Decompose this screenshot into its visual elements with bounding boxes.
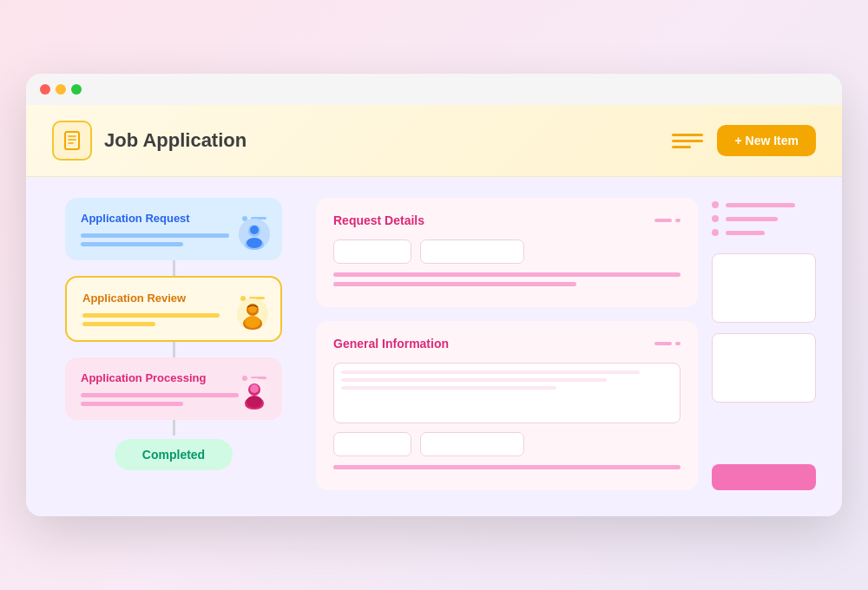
request-details-header: Request Details bbox=[333, 213, 681, 227]
input-mock-4[interactable] bbox=[420, 432, 524, 456]
detail-sections: Request Details bbox=[316, 198, 698, 490]
stage-avatar-request bbox=[239, 219, 270, 250]
stage-line bbox=[82, 322, 155, 326]
header-right: + New Item bbox=[672, 125, 816, 156]
general-info-header: General Information bbox=[333, 337, 681, 351]
stage-card-processing[interactable]: Application Processing bbox=[65, 357, 282, 420]
stage-title-request: Application Request bbox=[81, 212, 190, 225]
detail-input-row-2 bbox=[333, 432, 681, 456]
detail-line-3 bbox=[333, 465, 681, 469]
stage-title-processing: Application Processing bbox=[81, 371, 206, 384]
dot-yellow[interactable] bbox=[56, 84, 66, 95]
stage-card-header: Application Request bbox=[81, 212, 266, 225]
page-title: Job Application bbox=[104, 129, 247, 152]
detail-line-1 bbox=[333, 272, 681, 277]
sidebar-list-item-1 bbox=[712, 201, 816, 208]
input-mock-2[interactable] bbox=[420, 239, 524, 264]
stage-card-request[interactable]: Application Request bbox=[65, 198, 282, 260]
connector-2 bbox=[173, 342, 175, 357]
svg-point-17 bbox=[250, 384, 259, 393]
connector-3 bbox=[173, 420, 175, 436]
workflow-panel: Application Request bbox=[52, 198, 295, 490]
detail-input-row-1 bbox=[333, 239, 681, 264]
stage-card-review[interactable]: Application Review bbox=[65, 276, 282, 342]
stage-line bbox=[82, 313, 220, 318]
textarea-line bbox=[341, 386, 556, 390]
sidebar-list-item-3 bbox=[712, 229, 816, 236]
aside-thumbnail-2 bbox=[712, 333, 816, 403]
request-details-section: Request Details bbox=[316, 198, 698, 307]
header-left: Job Application bbox=[52, 121, 247, 161]
sidebar-bullet-3 bbox=[712, 229, 719, 236]
main-content: Application Request bbox=[26, 177, 842, 516]
section-badge-request bbox=[654, 219, 681, 222]
svg-point-7 bbox=[250, 226, 259, 234]
stage-avatar-processing bbox=[239, 378, 270, 410]
input-mock-3[interactable] bbox=[333, 432, 411, 456]
stage-line bbox=[81, 402, 183, 406]
stage-card-header-processing: Application Processing bbox=[81, 371, 266, 384]
new-item-button[interactable]: + New Item bbox=[717, 125, 816, 156]
completed-badge: Completed bbox=[115, 439, 233, 470]
general-info-section: General Information bbox=[316, 321, 698, 490]
general-info-title: General Information bbox=[333, 337, 449, 351]
detail-line-2 bbox=[333, 282, 576, 286]
textarea-line bbox=[341, 378, 607, 382]
right-sidebar bbox=[712, 198, 816, 490]
menu-icon[interactable] bbox=[672, 134, 703, 148]
stage-line bbox=[81, 242, 183, 246]
sidebar-bar-2 bbox=[726, 217, 778, 221]
sidebar-bullet-2 bbox=[712, 215, 719, 222]
dot-red[interactable] bbox=[40, 84, 50, 95]
svg-point-18 bbox=[247, 396, 262, 408]
svg-point-13 bbox=[245, 316, 260, 328]
textarea-mock[interactable] bbox=[333, 363, 681, 423]
stage-card-header-review: Application Review bbox=[82, 292, 265, 305]
svg-point-8 bbox=[247, 238, 262, 248]
stage-line bbox=[81, 233, 229, 238]
app-icon bbox=[52, 121, 92, 161]
section-badge-general bbox=[654, 342, 681, 345]
input-mock-1[interactable] bbox=[333, 239, 411, 264]
title-bar bbox=[26, 74, 842, 105]
aside-thumbnail-1 bbox=[712, 253, 816, 323]
stage-avatar-review bbox=[237, 298, 268, 330]
sidebar-list bbox=[712, 201, 816, 236]
svg-rect-0 bbox=[65, 132, 79, 149]
request-details-title: Request Details bbox=[333, 213, 424, 227]
stage-title-review: Application Review bbox=[82, 292, 186, 305]
right-panel: Request Details bbox=[316, 198, 816, 490]
aside-spacer bbox=[712, 413, 816, 454]
sidebar-bar-3 bbox=[726, 231, 765, 235]
app-window: Job Application + New Item Application R… bbox=[26, 74, 842, 516]
aside-action-button[interactable] bbox=[712, 464, 816, 490]
sidebar-bar-1 bbox=[726, 203, 795, 207]
sidebar-list-item-2 bbox=[712, 215, 816, 222]
stage-line bbox=[81, 393, 239, 397]
sidebar-bullet-1 bbox=[712, 201, 719, 208]
dot-green[interactable] bbox=[71, 84, 82, 95]
header: Job Application + New Item bbox=[26, 105, 842, 177]
textarea-line bbox=[341, 370, 640, 374]
connector-1 bbox=[173, 260, 175, 276]
